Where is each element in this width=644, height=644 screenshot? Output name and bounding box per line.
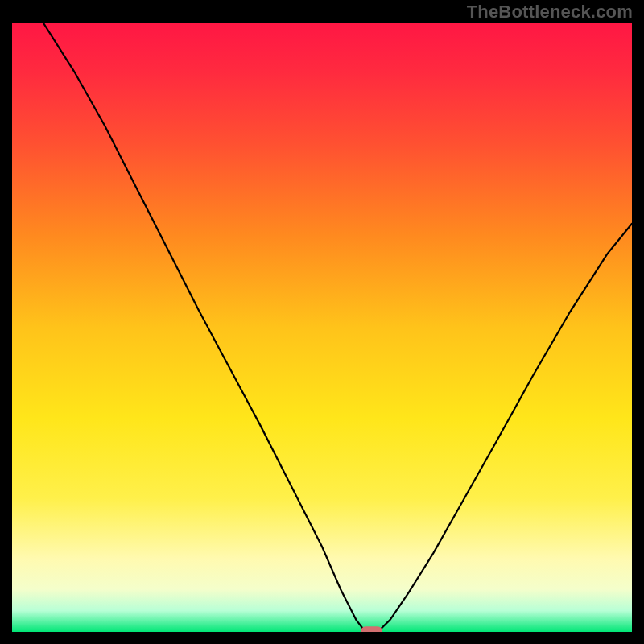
chart-frame: TheBottleneck.com xyxy=(0,0,644,644)
optimal-marker xyxy=(361,626,382,632)
watermark-text: TheBottleneck.com xyxy=(467,2,633,23)
plot-area xyxy=(12,23,632,632)
bottleneck-chart xyxy=(12,23,632,632)
gradient-background xyxy=(12,23,632,632)
